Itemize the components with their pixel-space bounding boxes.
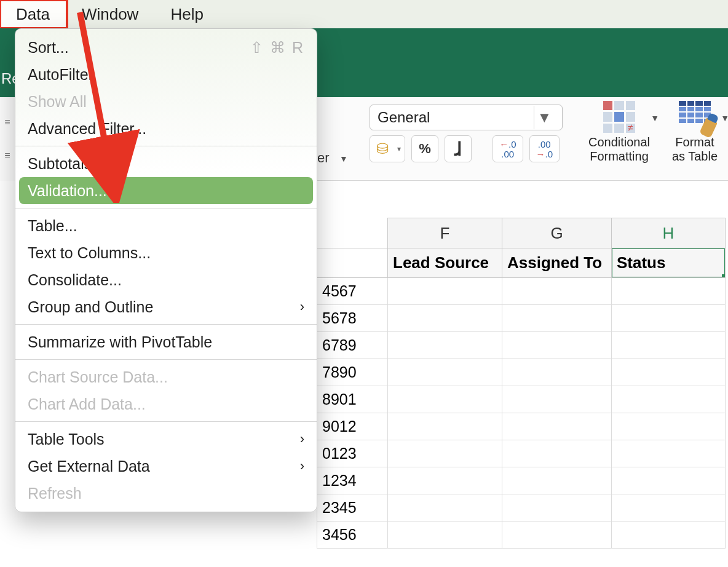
cell[interactable] [612,413,726,440]
chevron-down-icon[interactable]: ▼ [339,154,348,164]
selection-fill-handle[interactable] [722,274,726,278]
cell-e-partial[interactable]: 2345 [317,494,388,521]
decrease-decimal-button[interactable]: .00→.0 [529,135,560,162]
conditional-formatting-icon: ≠ [603,101,635,133]
menu-item-subtotals[interactable]: Subtotals... [15,150,317,177]
label-line1: Conditional [584,135,654,149]
menu-item-table-tools[interactable]: Table Tools› [15,426,317,453]
cell[interactable] [388,494,502,521]
menu-data[interactable]: Data [0,0,66,28]
menu-item-label: Table... [28,217,77,235]
chevron-down-icon[interactable]: ▼ [721,113,728,123]
chevron-right-icon: › [300,431,304,447]
cell[interactable] [502,332,612,359]
cell-e-partial[interactable]: 1234 [317,467,388,494]
header-cell-status-label: Status [617,253,665,272]
chevron-down-icon[interactable]: ▼ [651,113,659,123]
menu-item-label: Get External Data [28,458,150,475]
menu-item-validation[interactable]: Validation... [19,177,313,204]
cell[interactable] [612,494,726,521]
cell[interactable] [388,359,502,386]
menu-item-chart-source-data: Chart Source Data... [15,363,317,391]
menu-item-autofilter[interactable]: AutoFilter [15,61,317,88]
menu-item-label: Summarize with PivotTable [28,333,212,351]
cell-e-partial[interactable]: 8901 [317,386,388,413]
cell[interactable] [388,278,502,305]
cell[interactable] [502,494,612,521]
cell-e-partial[interactable]: 5678 [317,305,388,332]
truncated-group-label: er [317,150,330,166]
cell-e-partial[interactable]: 9012 [317,413,388,440]
cell[interactable] [388,332,502,359]
cell[interactable] [388,386,502,413]
menu-separator [15,324,317,325]
cell-e-partial[interactable]: 4567 [317,278,388,305]
menu-window[interactable]: Window [66,0,154,28]
menu-separator [15,421,317,422]
cell[interactable] [612,278,726,305]
menu-item-table[interactable]: Table... [15,212,317,239]
cell[interactable] [388,440,502,467]
column-header-e-partial[interactable] [317,218,388,248]
menu-item-consolidate[interactable]: Consolidate... [15,266,317,293]
menu-item-summarize-with-pivottable[interactable]: Summarize with PivotTable [15,328,317,355]
menu-item-text-to-columns[interactable]: Text to Columns... [15,239,317,266]
chevron-down-icon[interactable]: ▼ [534,106,555,129]
cell-e-partial[interactable]: 0123 [317,440,388,467]
cell[interactable] [502,521,612,549]
conditional-formatting-button[interactable]: ▼ ≠ Conditional Formatting [584,101,654,164]
header-cell-status[interactable]: Status [612,248,726,278]
cell-e-partial[interactable]: 3456 [317,521,388,549]
menu-item-advanced-filter[interactable]: Advanced Filter... [15,115,317,142]
accounting-format-button[interactable]: ⛁ [370,135,405,162]
menu-item-label: Refresh [28,485,82,502]
increase-decimal-button[interactable]: ←.0.00 [493,135,523,162]
coins-icon: ⛁ [376,140,389,157]
cell[interactable] [612,440,726,467]
cell[interactable] [502,467,612,494]
menu-item-label: Chart Source Data... [28,368,168,386]
cell-e-partial[interactable]: 7890 [317,359,388,386]
label-line1: Format [665,135,724,149]
menu-item-sort[interactable]: Sort...⇧ ⌘ R [15,34,317,61]
cell[interactable] [612,332,726,359]
column-header-f[interactable]: F [388,218,502,248]
cell[interactable] [502,305,612,332]
header-cell-lead-source[interactable]: Lead Source [388,248,502,278]
column-header-g[interactable]: G [502,218,612,248]
percent-format-button[interactable]: % [411,135,438,162]
decrease-decimal-icon: .00→.0 [536,140,553,159]
cell[interactable] [612,305,726,332]
cell[interactable] [612,521,726,549]
cell[interactable] [502,413,612,440]
cell-e-partial[interactable]: 6789 [317,332,388,359]
menu-item-label: Consolidate... [28,271,122,289]
align-icon[interactable]: ≡ [4,117,10,128]
format-as-table-button[interactable]: ▼ Format as Table [665,101,724,164]
menu-item-group-and-outline[interactable]: Group and Outline› [15,293,317,320]
comma-format-button[interactable]: ɺ [445,135,472,162]
menu-item-get-external-data[interactable]: Get External Data› [15,453,317,480]
cell[interactable] [502,278,612,305]
cell[interactable] [388,521,502,549]
align-icon[interactable]: ≡ [4,150,10,161]
number-format-select[interactable]: General ▼ [370,105,563,130]
cell[interactable] [388,467,502,494]
header-cell-e-partial[interactable] [317,248,388,278]
cell[interactable] [502,386,612,413]
cell[interactable] [388,305,502,332]
styles-group: ▼ ≠ Conditional Formatting ▼ [584,101,724,164]
cell[interactable] [502,359,612,386]
increase-decimal-icon: ←.0.00 [499,140,516,159]
cell[interactable] [612,359,726,386]
chevron-right-icon: › [300,299,304,315]
column-header-h[interactable]: H [612,218,726,248]
cell[interactable] [502,440,612,467]
data-menu-dropdown: Sort...⇧ ⌘ RAutoFilterShow AllAdvanced F… [15,28,317,512]
cell[interactable] [388,413,502,440]
menu-help[interactable]: Help [154,0,219,28]
cell[interactable] [612,386,726,413]
header-cell-assigned-to[interactable]: Assigned To [502,248,612,278]
number-format-buttons: ⛁ % ɺ ←.0.00 .00→.0 [370,135,560,162]
cell[interactable] [612,467,726,494]
